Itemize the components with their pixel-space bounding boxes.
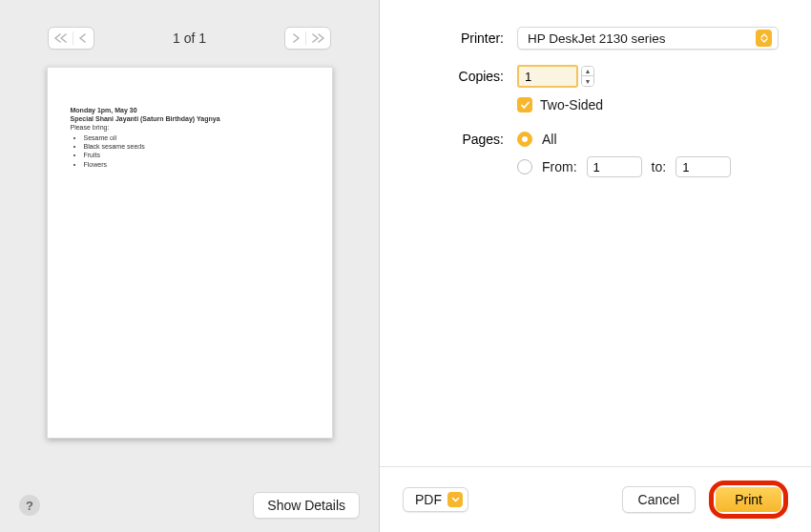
stepper-down-icon: ▼	[582, 76, 593, 86]
page-nav-prev-group[interactable]	[48, 27, 94, 50]
doc-list-item: Sesame oil	[84, 133, 309, 142]
pages-range-option: From: to:	[517, 156, 779, 177]
pdf-label: PDF	[415, 492, 442, 507]
doc-line-1: Monday 1pm, May 30	[71, 106, 309, 114]
pages-to-input[interactable]	[676, 156, 731, 177]
copies-stepper[interactable]: ▲ ▼	[581, 66, 594, 87]
pages-from-input[interactable]	[587, 156, 642, 177]
print-form: Printer: HP DeskJet 2130 series Copies: …	[380, 0, 811, 196]
pdf-menu-button[interactable]: PDF	[403, 487, 468, 512]
page-preview: Monday 1pm, May 30 Special Shani Jayanti…	[47, 67, 333, 439]
pages-from-label: From:	[542, 159, 577, 174]
print-button-highlight: Print	[709, 481, 788, 519]
last-page-icon	[311, 33, 324, 43]
cancel-label: Cancel	[638, 492, 680, 507]
preview-area: Monday 1pm, May 30 Special Shani Jayanti…	[19, 63, 360, 481]
pages-all-radio[interactable]	[517, 132, 532, 147]
check-icon	[520, 100, 530, 111]
preview-panel: 1 of 1 Monday 1pm, May 30 Special Shani …	[0, 0, 380, 532]
first-page-icon	[54, 33, 68, 43]
pages-all-label: All	[542, 132, 557, 147]
printer-label: Printer:	[380, 31, 517, 46]
chevron-down-icon	[447, 492, 463, 507]
page-nav-row: 1 of 1	[19, 19, 360, 63]
doc-line-3: Please bring:	[71, 123, 309, 132]
select-arrows-icon	[756, 30, 772, 47]
printer-value: HP DeskJet 2130 series	[528, 31, 666, 46]
pages-range-radio[interactable]	[517, 159, 532, 174]
pages-row: Pages: All	[380, 132, 779, 147]
show-details-button[interactable]: Show Details	[253, 492, 360, 519]
prev-page-icon	[78, 33, 88, 43]
copies-row: Copies: ▲ ▼	[380, 65, 779, 88]
show-details-label: Show Details	[267, 498, 345, 513]
printer-row: Printer: HP DeskJet 2130 series	[380, 27, 779, 50]
doc-list: Sesame oil Black sesame seeds Fruits Flo…	[84, 133, 309, 168]
copies-input[interactable]	[517, 65, 578, 88]
pages-label: Pages:	[380, 132, 517, 147]
help-button[interactable]: ?	[19, 495, 40, 516]
cancel-button[interactable]: Cancel	[622, 486, 697, 513]
help-icon: ?	[26, 499, 33, 513]
print-label: Print	[735, 492, 762, 507]
page-indicator: 1 of 1	[173, 31, 206, 46]
left-footer: ? Show Details	[19, 481, 360, 519]
print-button[interactable]: Print	[716, 487, 781, 512]
page-nav-next-group[interactable]	[284, 27, 331, 50]
doc-list-item: Flowers	[84, 160, 309, 169]
two-sided-checkbox[interactable]	[517, 97, 532, 113]
options-panel: Printer: HP DeskJet 2130 series Copies: …	[380, 0, 811, 532]
doc-line-2: Special Shani Jayanti (Saturn Birthday) …	[71, 114, 309, 123]
printer-select[interactable]: HP DeskJet 2130 series	[517, 27, 779, 50]
copies-label: Copies:	[380, 69, 517, 84]
pages-all-option: All	[517, 132, 557, 147]
doc-list-item: Black sesame seeds	[84, 142, 309, 151]
two-sided-row: Two-Sided	[517, 97, 779, 113]
two-sided-label: Two-Sided	[540, 97, 603, 113]
pages-to-label: to:	[652, 159, 667, 174]
stepper-up-icon: ▲	[582, 67, 593, 76]
doc-list-item: Fruits	[84, 151, 309, 159]
right-footer: PDF Cancel Print	[380, 466, 811, 532]
next-page-icon	[291, 33, 301, 43]
